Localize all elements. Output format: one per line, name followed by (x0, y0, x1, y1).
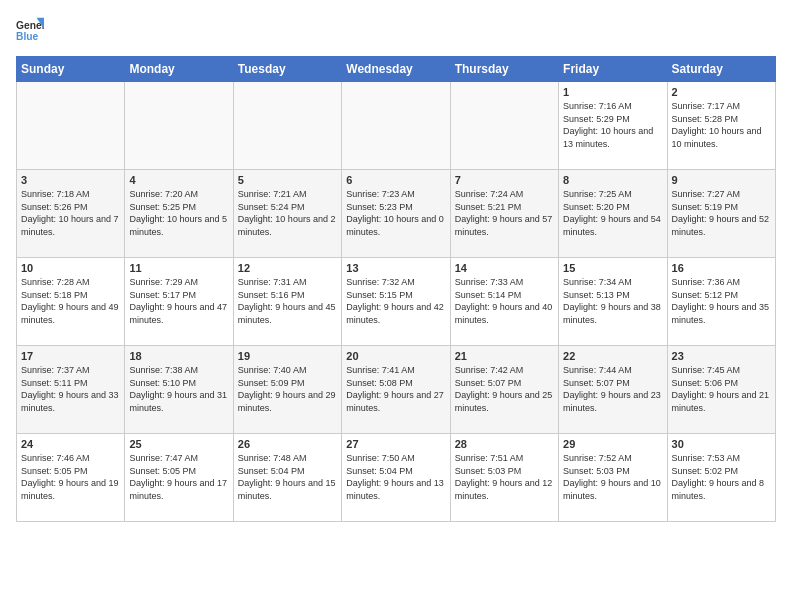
day-number: 19 (238, 350, 337, 362)
day-info: Sunrise: 7:28 AM Sunset: 5:18 PM Dayligh… (21, 276, 120, 326)
calendar-cell (125, 82, 233, 170)
day-number: 1 (563, 86, 662, 98)
calendar-header-row: SundayMondayTuesdayWednesdayThursdayFrid… (17, 57, 776, 82)
day-info: Sunrise: 7:36 AM Sunset: 5:12 PM Dayligh… (672, 276, 771, 326)
svg-text:Blue: Blue (16, 31, 39, 42)
calendar-cell: 16Sunrise: 7:36 AM Sunset: 5:12 PM Dayli… (667, 258, 775, 346)
day-number: 24 (21, 438, 120, 450)
day-info: Sunrise: 7:47 AM Sunset: 5:05 PM Dayligh… (129, 452, 228, 502)
day-info: Sunrise: 7:44 AM Sunset: 5:07 PM Dayligh… (563, 364, 662, 414)
day-number: 30 (672, 438, 771, 450)
calendar-week-row: 3Sunrise: 7:18 AM Sunset: 5:26 PM Daylig… (17, 170, 776, 258)
day-info: Sunrise: 7:16 AM Sunset: 5:29 PM Dayligh… (563, 100, 662, 150)
day-info: Sunrise: 7:20 AM Sunset: 5:25 PM Dayligh… (129, 188, 228, 238)
calendar-cell: 22Sunrise: 7:44 AM Sunset: 5:07 PM Dayli… (559, 346, 667, 434)
day-info: Sunrise: 7:21 AM Sunset: 5:24 PM Dayligh… (238, 188, 337, 238)
calendar-cell: 9Sunrise: 7:27 AM Sunset: 5:19 PM Daylig… (667, 170, 775, 258)
day-number: 11 (129, 262, 228, 274)
logo: General Blue (16, 16, 48, 44)
day-info: Sunrise: 7:46 AM Sunset: 5:05 PM Dayligh… (21, 452, 120, 502)
calendar-cell: 26Sunrise: 7:48 AM Sunset: 5:04 PM Dayli… (233, 434, 341, 522)
day-number: 20 (346, 350, 445, 362)
day-number: 13 (346, 262, 445, 274)
calendar-cell (17, 82, 125, 170)
day-number: 26 (238, 438, 337, 450)
day-number: 2 (672, 86, 771, 98)
day-number: 4 (129, 174, 228, 186)
day-number: 7 (455, 174, 554, 186)
day-info: Sunrise: 7:27 AM Sunset: 5:19 PM Dayligh… (672, 188, 771, 238)
day-number: 9 (672, 174, 771, 186)
calendar-week-row: 1Sunrise: 7:16 AM Sunset: 5:29 PM Daylig… (17, 82, 776, 170)
calendar-cell: 23Sunrise: 7:45 AM Sunset: 5:06 PM Dayli… (667, 346, 775, 434)
calendar-cell (233, 82, 341, 170)
calendar-week-row: 10Sunrise: 7:28 AM Sunset: 5:18 PM Dayli… (17, 258, 776, 346)
day-info: Sunrise: 7:45 AM Sunset: 5:06 PM Dayligh… (672, 364, 771, 414)
column-header-wednesday: Wednesday (342, 57, 450, 82)
calendar-cell: 7Sunrise: 7:24 AM Sunset: 5:21 PM Daylig… (450, 170, 558, 258)
day-info: Sunrise: 7:41 AM Sunset: 5:08 PM Dayligh… (346, 364, 445, 414)
day-number: 29 (563, 438, 662, 450)
day-info: Sunrise: 7:33 AM Sunset: 5:14 PM Dayligh… (455, 276, 554, 326)
day-number: 6 (346, 174, 445, 186)
column-header-tuesday: Tuesday (233, 57, 341, 82)
day-number: 27 (346, 438, 445, 450)
column-header-monday: Monday (125, 57, 233, 82)
calendar-cell: 12Sunrise: 7:31 AM Sunset: 5:16 PM Dayli… (233, 258, 341, 346)
day-number: 18 (129, 350, 228, 362)
day-number: 16 (672, 262, 771, 274)
calendar-cell: 6Sunrise: 7:23 AM Sunset: 5:23 PM Daylig… (342, 170, 450, 258)
calendar-cell: 1Sunrise: 7:16 AM Sunset: 5:29 PM Daylig… (559, 82, 667, 170)
calendar-cell: 14Sunrise: 7:33 AM Sunset: 5:14 PM Dayli… (450, 258, 558, 346)
day-info: Sunrise: 7:32 AM Sunset: 5:15 PM Dayligh… (346, 276, 445, 326)
day-info: Sunrise: 7:31 AM Sunset: 5:16 PM Dayligh… (238, 276, 337, 326)
day-number: 21 (455, 350, 554, 362)
page-header: General Blue (16, 16, 776, 44)
calendar-cell: 11Sunrise: 7:29 AM Sunset: 5:17 PM Dayli… (125, 258, 233, 346)
column-header-thursday: Thursday (450, 57, 558, 82)
day-info: Sunrise: 7:24 AM Sunset: 5:21 PM Dayligh… (455, 188, 554, 238)
calendar-cell: 19Sunrise: 7:40 AM Sunset: 5:09 PM Dayli… (233, 346, 341, 434)
day-info: Sunrise: 7:25 AM Sunset: 5:20 PM Dayligh… (563, 188, 662, 238)
day-info: Sunrise: 7:17 AM Sunset: 5:28 PM Dayligh… (672, 100, 771, 150)
day-info: Sunrise: 7:53 AM Sunset: 5:02 PM Dayligh… (672, 452, 771, 502)
day-info: Sunrise: 7:50 AM Sunset: 5:04 PM Dayligh… (346, 452, 445, 502)
day-number: 25 (129, 438, 228, 450)
calendar-cell: 3Sunrise: 7:18 AM Sunset: 5:26 PM Daylig… (17, 170, 125, 258)
calendar-cell: 4Sunrise: 7:20 AM Sunset: 5:25 PM Daylig… (125, 170, 233, 258)
calendar-cell: 18Sunrise: 7:38 AM Sunset: 5:10 PM Dayli… (125, 346, 233, 434)
calendar-table: SundayMondayTuesdayWednesdayThursdayFrid… (16, 56, 776, 522)
day-info: Sunrise: 7:51 AM Sunset: 5:03 PM Dayligh… (455, 452, 554, 502)
day-info: Sunrise: 7:40 AM Sunset: 5:09 PM Dayligh… (238, 364, 337, 414)
day-info: Sunrise: 7:38 AM Sunset: 5:10 PM Dayligh… (129, 364, 228, 414)
calendar-cell: 8Sunrise: 7:25 AM Sunset: 5:20 PM Daylig… (559, 170, 667, 258)
day-info: Sunrise: 7:34 AM Sunset: 5:13 PM Dayligh… (563, 276, 662, 326)
day-info: Sunrise: 7:48 AM Sunset: 5:04 PM Dayligh… (238, 452, 337, 502)
calendar-cell: 29Sunrise: 7:52 AM Sunset: 5:03 PM Dayli… (559, 434, 667, 522)
day-number: 12 (238, 262, 337, 274)
calendar-week-row: 24Sunrise: 7:46 AM Sunset: 5:05 PM Dayli… (17, 434, 776, 522)
calendar-cell: 10Sunrise: 7:28 AM Sunset: 5:18 PM Dayli… (17, 258, 125, 346)
day-number: 22 (563, 350, 662, 362)
day-number: 23 (672, 350, 771, 362)
day-number: 5 (238, 174, 337, 186)
day-number: 15 (563, 262, 662, 274)
calendar-cell: 15Sunrise: 7:34 AM Sunset: 5:13 PM Dayli… (559, 258, 667, 346)
calendar-cell: 5Sunrise: 7:21 AM Sunset: 5:24 PM Daylig… (233, 170, 341, 258)
day-number: 28 (455, 438, 554, 450)
day-info: Sunrise: 7:52 AM Sunset: 5:03 PM Dayligh… (563, 452, 662, 502)
calendar-cell (450, 82, 558, 170)
day-number: 17 (21, 350, 120, 362)
logo-icon: General Blue (16, 16, 44, 44)
calendar-cell: 17Sunrise: 7:37 AM Sunset: 5:11 PM Dayli… (17, 346, 125, 434)
calendar-cell: 20Sunrise: 7:41 AM Sunset: 5:08 PM Dayli… (342, 346, 450, 434)
day-info: Sunrise: 7:18 AM Sunset: 5:26 PM Dayligh… (21, 188, 120, 238)
column-header-saturday: Saturday (667, 57, 775, 82)
calendar-cell: 27Sunrise: 7:50 AM Sunset: 5:04 PM Dayli… (342, 434, 450, 522)
column-header-friday: Friday (559, 57, 667, 82)
day-info: Sunrise: 7:29 AM Sunset: 5:17 PM Dayligh… (129, 276, 228, 326)
day-number: 8 (563, 174, 662, 186)
day-number: 14 (455, 262, 554, 274)
day-number: 3 (21, 174, 120, 186)
day-info: Sunrise: 7:42 AM Sunset: 5:07 PM Dayligh… (455, 364, 554, 414)
